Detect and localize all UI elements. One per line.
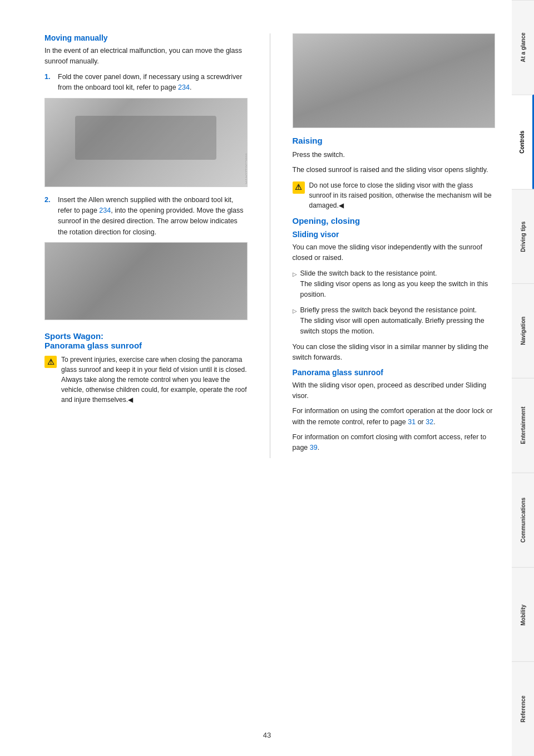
sidebar-tab-controls[interactable]: Controls: [512, 95, 534, 189]
warning-icon-sports: ⚠: [44, 356, 57, 368]
sliding-visor-bullets: ▷ Slide the switch back to the resistanc…: [293, 268, 496, 337]
raising-warning: ⚠ Do not use force to close the sliding …: [293, 180, 496, 210]
image-1: [45, 99, 247, 186]
step-1-link[interactable]: 234: [178, 84, 190, 91]
moving-manually-section: Moving manually In the event of an elect…: [44, 33, 248, 320]
sliding-visor-text2: You can close the sliding visor in a sim…: [293, 342, 496, 364]
step-2-num: 2.: [44, 195, 55, 238]
sports-wagon-warning: ⚠ To prevent injuries, exercise care whe…: [44, 355, 248, 405]
raising-text2: The closed sunroof is raised and the sli…: [293, 165, 496, 175]
raising-text1: Press the switch.: [293, 150, 496, 160]
image-1-container: W8C561Z04VR: [44, 98, 248, 187]
opening-closing-title: Opening, closing: [293, 216, 496, 225]
image-2: [45, 243, 247, 320]
steps-list-2: 2. Insert the Allen wrench supplied with…: [44, 195, 248, 238]
panorama-link1[interactable]: 31: [408, 418, 416, 426]
sidebar-tab-navigation[interactable]: Navigation: [512, 283, 534, 378]
right-image-container: W8C0012Z04V: [293, 33, 496, 128]
sidebar-tab-entertainment[interactable]: Entertainment: [512, 378, 534, 473]
sidebar-tab-mobility[interactable]: Mobility: [512, 567, 534, 662]
sidebar-tab-at-a-glance[interactable]: At a glance: [512, 0, 534, 95]
sports-wagon-title: Sports Wagon: Panorama glass sunroof: [44, 331, 248, 350]
step-1: 1. Fold the cover panel down, if necessa…: [44, 72, 248, 94]
panorama-subtitle: Panorama glass sunroof: [293, 368, 496, 377]
step-2-link[interactable]: 234: [99, 207, 111, 214]
right-image: [293, 34, 495, 127]
sliding-visor-text1: You can move the sliding visor independe…: [293, 242, 496, 264]
step-1-num: 1.: [44, 72, 55, 94]
panorama-subsection: Panorama glass sunroof With the sliding …: [293, 368, 496, 454]
image-2-container: W8C4P5304VR: [44, 242, 248, 320]
sports-wagon-section: Sports Wagon: Panorama glass sunroof ⚠ T…: [44, 331, 248, 405]
step-2: 2. Insert the Allen wrench supplied with…: [44, 195, 248, 238]
bullet-1: ▷ Slide the switch back to the resistanc…: [293, 268, 496, 301]
raising-title: Raising: [293, 136, 496, 145]
right-column: W8C0012Z04V Raising Press the switch. Th…: [293, 33, 496, 458]
warning-icon-raising: ⚠: [293, 181, 305, 194]
sidebar-tab-reference[interactable]: Reference: [512, 661, 534, 756]
opening-closing-section: Opening, closing Sliding visor You can m…: [293, 216, 496, 454]
image-1-watermark: W8C561Z04VR: [245, 153, 248, 184]
steps-list: 1. Fold the cover panel down, if necessa…: [44, 72, 248, 94]
bullet-2-arrow: ▷: [293, 307, 297, 337]
sliding-visor-subsection: Sliding visor You can move the sliding v…: [293, 230, 496, 364]
raising-section: Raising Press the switch. The closed sun…: [293, 136, 496, 210]
sidebar-tab-driving-tips[interactable]: Driving tips: [512, 189, 534, 284]
panorama-link2[interactable]: 32: [426, 418, 433, 426]
sidebar-tab-communications[interactable]: Communications: [512, 473, 534, 567]
two-col-layout: Moving manually In the event of an elect…: [44, 33, 495, 458]
panorama-text1: With the sliding visor open, proceed as …: [293, 380, 496, 402]
panorama-link3[interactable]: 39: [310, 444, 318, 451]
sports-wagon-warning-text: To prevent injuries, exercise care when …: [61, 355, 248, 405]
step-2-text: Insert the Allen wrench supplied with th…: [58, 195, 248, 238]
bullet-1-arrow: ▷: [293, 270, 297, 301]
sidebar: At a glance Controls Driving tips Naviga…: [512, 0, 534, 756]
bullet-2-content: Briefly press the switch back beyond the…: [300, 305, 496, 337]
panorama-text2: For information on using the comfort ope…: [293, 406, 496, 428]
moving-manually-title: Moving manually: [44, 33, 248, 42]
right-image-watermark: W8C0012Z04V: [492, 95, 495, 125]
main-content: Moving manually In the event of an elect…: [0, 0, 512, 756]
image-2-watermark: W8C4P5304VR: [245, 286, 248, 317]
raising-warning-text: Do not use force to close the sliding vi…: [309, 180, 496, 210]
page-number: 43: [263, 731, 271, 739]
panorama-text3: For information on comfort closing with …: [293, 432, 496, 454]
page-container: Moving manually In the event of an elect…: [0, 0, 534, 756]
bullet-1-content: Slide the switch back to the resistance …: [300, 268, 496, 301]
sliding-visor-subtitle: Sliding visor: [293, 230, 496, 239]
bullet-2: ▷ Briefly press the switch back beyond t…: [293, 305, 496, 337]
moving-manually-intro: In the event of an electrical malfunctio…: [44, 46, 248, 67]
left-column: Moving manually In the event of an elect…: [44, 33, 248, 458]
step-1-text: Fold the cover panel down, if necessary …: [58, 72, 248, 94]
column-divider: [270, 33, 270, 458]
